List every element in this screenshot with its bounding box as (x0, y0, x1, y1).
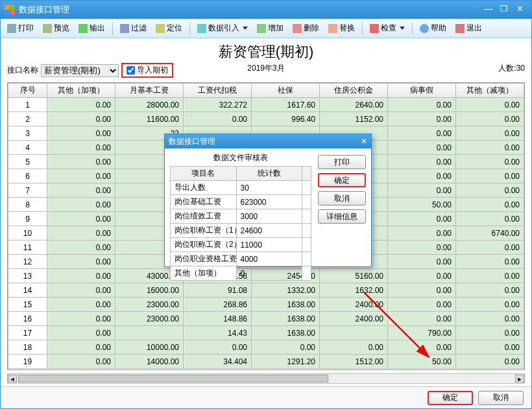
cell[interactable]: 0.00 (47, 226, 115, 240)
cell[interactable]: 0.00 (456, 312, 524, 326)
cell[interactable]: 0.00 (47, 355, 115, 369)
cell[interactable]: 0.00 (456, 112, 524, 126)
col-header[interactable]: 序号 (8, 84, 47, 98)
cell[interactable]: 0.00 (47, 340, 115, 355)
cell[interactable]: 14 (8, 283, 47, 298)
cell[interactable]: 28000.00 (115, 98, 184, 112)
cell[interactable]: 2400.00 (320, 312, 388, 326)
preview-button[interactable]: 预览 (39, 21, 73, 36)
cell[interactable]: 0.00 (388, 269, 456, 283)
col-header[interactable]: 病事假 (388, 84, 456, 98)
dialog-close-icon[interactable]: ✕ (361, 137, 367, 146)
col-header[interactable]: 工资代扣税 (184, 84, 252, 98)
cell[interactable] (320, 326, 388, 340)
replace-button[interactable]: 替换 (324, 21, 359, 36)
cell[interactable]: 13 (8, 269, 47, 283)
table-row[interactable]: 180.0010000.000.000.000.000.000.00 (8, 340, 524, 355)
table-row[interactable]: 150.0023000.00268.861638.002400.000.000.… (8, 298, 524, 312)
filter-button[interactable]: 过滤 (116, 21, 151, 36)
cell[interactable]: 0.00 (388, 340, 456, 355)
import-button[interactable]: 数据引入 (193, 21, 252, 36)
cell[interactable]: 0.00 (47, 269, 115, 283)
col-header[interactable]: 住房公积金 (320, 84, 388, 98)
export-button[interactable]: 输出 (75, 21, 109, 36)
cell[interactable]: 12 (8, 255, 47, 269)
cell[interactable]: 6 (8, 169, 47, 183)
cell[interactable]: 0.00 (47, 141, 115, 155)
cell[interactable]: 1638.00 (252, 326, 320, 340)
cell[interactable]: 11600.00 (115, 112, 184, 126)
cell[interactable]: 0.00 (456, 326, 524, 340)
cell[interactable]: 0.00 (47, 255, 115, 269)
cell[interactable]: 9 (8, 212, 47, 226)
add-button[interactable]: 增加 (253, 21, 287, 36)
cell[interactable]: 0.00 (456, 183, 524, 198)
cell[interactable]: 0.00 (47, 240, 115, 255)
cell[interactable]: 790.00 (388, 326, 456, 340)
cell[interactable]: 1632.00 (320, 283, 388, 298)
interface-select[interactable]: 薪资管理(期初) (41, 64, 119, 77)
table-row[interactable]: 20.0011600.000.00996.401152.000.000.00 (8, 112, 524, 126)
cell[interactable]: 1617.60 (252, 98, 320, 112)
cell[interactable]: 0.00 (456, 240, 524, 255)
check-button[interactable]: 检查 (366, 21, 409, 36)
cell[interactable]: 6740.00 (456, 226, 524, 240)
table-row[interactable]: 170.0014.431638.00790.000.00 (8, 326, 524, 340)
dialog-print-button[interactable]: 打印 (318, 155, 366, 169)
cell[interactable]: 50.00 (388, 355, 456, 369)
dialog-detail-button[interactable]: 详细信息 (318, 209, 366, 224)
cell[interactable]: 4 (8, 141, 47, 155)
cell[interactable]: 0.00 (47, 98, 115, 112)
cell[interactable]: 0.00 (47, 283, 115, 298)
cell[interactable]: 0.00 (456, 126, 524, 141)
cell[interactable]: 0.00 (388, 226, 456, 240)
cell[interactable]: 0.00 (47, 298, 115, 312)
scroll-left-icon[interactable]: ◄ (8, 375, 17, 382)
cell[interactable]: 0.00 (388, 212, 456, 226)
cell[interactable]: 0.00 (388, 98, 456, 112)
cell[interactable]: 7 (8, 183, 47, 198)
scroll-thumb[interactable] (18, 375, 328, 382)
cell[interactable]: 0.00 (456, 298, 524, 312)
horizontal-scrollbar[interactable]: ◄ ► (7, 373, 525, 384)
import-initial-check[interactable] (127, 66, 135, 75)
cell[interactable]: 0.00 (388, 312, 456, 326)
cell[interactable]: 0.00 (184, 112, 252, 126)
close-button[interactable]: ✕ (512, 4, 527, 16)
help-button[interactable]: 帮助 (416, 21, 450, 36)
table-row[interactable]: 190.0014000.0034.4041291.201512.0050.000… (8, 355, 524, 369)
cell[interactable]: 11 (8, 240, 47, 255)
cell[interactable]: 0.00 (456, 155, 524, 169)
exit-button[interactable]: 退出 (452, 21, 486, 36)
col-header[interactable]: 其他（加项） (47, 84, 115, 98)
cell[interactable]: 0.00 (456, 198, 524, 212)
cell[interactable]: 23000.00 (115, 312, 184, 326)
cell[interactable]: 0.00 (456, 255, 524, 269)
cell[interactable]: 2640.00 (320, 98, 388, 112)
cell[interactable]: 0.00 (47, 212, 115, 226)
cell[interactable] (115, 326, 184, 340)
cell[interactable]: 0.00 (184, 340, 252, 355)
cell[interactable]: 0.00 (388, 298, 456, 312)
delete-button[interactable]: 删除 (289, 21, 323, 36)
cell[interactable]: 1 (8, 98, 47, 112)
scroll-right-icon[interactable]: ► (515, 375, 524, 382)
table-row[interactable]: 160.0023000.00148.861638.002400.000.000.… (8, 312, 524, 326)
cell[interactable]: 1638.00 (252, 298, 320, 312)
cell[interactable]: 34.404 (184, 355, 252, 369)
cell[interactable]: 14.43 (184, 326, 252, 340)
cell[interactable]: 1638.00 (252, 312, 320, 326)
cell[interactable]: 14000.00 (115, 355, 184, 369)
cell[interactable]: 3 (8, 126, 47, 141)
cell[interactable]: 0.00 (388, 183, 456, 198)
cell[interactable]: 50.00 (388, 198, 456, 212)
print-button[interactable]: 打印 (3, 21, 38, 36)
cell[interactable]: 0.00 (388, 240, 456, 255)
cell[interactable]: 0.00 (47, 155, 115, 169)
cell[interactable]: 1291.20 (252, 355, 320, 369)
cell[interactable]: 0.00 (456, 283, 524, 298)
cell[interactable]: 17 (8, 326, 47, 340)
cell[interactable]: 1152.00 (320, 112, 388, 126)
cell[interactable]: 16000.00 (115, 283, 184, 298)
cell[interactable]: 0.00 (320, 340, 388, 355)
